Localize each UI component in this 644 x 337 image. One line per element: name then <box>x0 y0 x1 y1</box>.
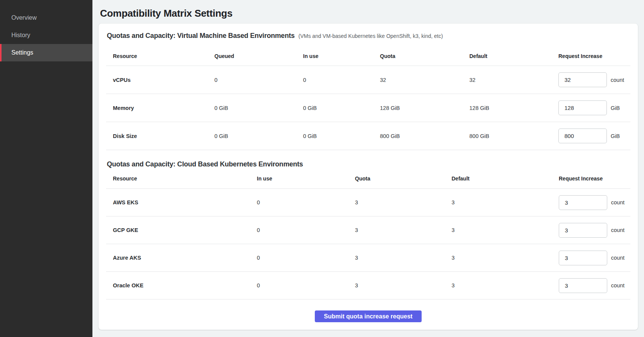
quota-value: 3 <box>355 255 452 261</box>
cloud-quota-table: Resource In use Quota Default Request In… <box>106 169 630 299</box>
queued-value: 0 GiB <box>214 105 303 111</box>
in-use-value: 0 <box>257 199 355 205</box>
unit-label: GiB <box>611 105 620 111</box>
sidebar-item-label: History <box>11 32 30 39</box>
cloud-table-header-row: Resource In use Quota Default Request In… <box>106 169 630 189</box>
cloud-section-title: Quotas and Capacity: Cloud Based Kuberne… <box>107 160 303 169</box>
resource-name: Azure AKS <box>106 255 257 261</box>
quota-value: 800 GiB <box>380 133 469 139</box>
vm-section-header: Quotas and Capacity: Virtual Machine Bas… <box>107 31 630 40</box>
column-header-quota: Quota <box>380 53 469 59</box>
quota-value: 32 <box>380 77 469 83</box>
default-value: 32 <box>469 77 558 83</box>
default-value: 128 GiB <box>469 105 558 111</box>
request-increase-cell: GiB <box>558 129 630 143</box>
default-value: 800 GiB <box>469 133 558 139</box>
table-row-aws-eks: AWS EKS 0 3 3 count <box>106 189 630 216</box>
page-title: Compatibility Matrix Settings <box>100 8 638 19</box>
column-header-request-increase: Request Increase <box>558 53 630 59</box>
request-increase-cell: count <box>558 72 630 87</box>
quota-value: 128 GiB <box>380 105 469 111</box>
column-header-request-increase: Request Increase <box>559 176 630 182</box>
sidebar-item-history[interactable]: History <box>0 27 92 44</box>
unit-label: count <box>611 282 624 288</box>
request-increase-cell: count <box>559 251 630 265</box>
quota-value: 3 <box>355 199 452 205</box>
button-row: Submit quota increase request <box>106 299 630 322</box>
resource-name: vCPUs <box>106 77 214 83</box>
default-value: 3 <box>452 282 559 288</box>
sidebar: Overview History Settings <box>0 0 92 337</box>
resource-name: Disk Size <box>106 133 214 139</box>
queued-value: 0 GiB <box>214 133 303 139</box>
unit-label: count <box>611 199 624 205</box>
sidebar-item-label: Overview <box>11 14 37 21</box>
vm-section-subtitle: (VMs and VM-based Kubernetes like OpenSh… <box>299 33 443 39</box>
column-header-queued: Queued <box>214 53 303 59</box>
sidebar-item-settings[interactable]: Settings <box>0 44 92 61</box>
disk-size-request-input[interactable] <box>558 129 607 143</box>
quota-value: 3 <box>355 227 452 233</box>
default-value: 3 <box>452 199 559 205</box>
gcp-gke-request-input[interactable] <box>559 223 607 238</box>
in-use-value: 0 <box>303 77 380 83</box>
column-header-resource: Resource <box>106 53 214 59</box>
unit-label: count <box>611 227 624 233</box>
in-use-value: 0 GiB <box>303 105 380 111</box>
main-content: Compatibility Matrix Settings Quotas and… <box>92 0 644 337</box>
table-row-disk-size: Disk Size 0 GiB 0 GiB 800 GiB 800 GiB Gi… <box>106 122 630 150</box>
in-use-value: 0 <box>257 255 355 261</box>
column-header-default: Default <box>469 53 558 59</box>
request-increase-cell: count <box>559 278 630 293</box>
queued-value: 0 <box>214 77 303 83</box>
column-header-in-use: In use <box>303 53 380 59</box>
default-value: 3 <box>452 227 559 233</box>
default-value: 3 <box>452 255 559 261</box>
in-use-value: 0 GiB <box>303 133 380 139</box>
settings-card: Quotas and Capacity: Virtual Machine Bas… <box>98 24 638 330</box>
resource-name: Memory <box>106 105 214 111</box>
table-row-memory: Memory 0 GiB 0 GiB 128 GiB 128 GiB GiB <box>106 94 630 122</box>
oracle-oke-request-input[interactable] <box>559 278 607 293</box>
resource-name: AWS EKS <box>106 199 257 205</box>
unit-label: count <box>611 77 624 83</box>
column-header-quota: Quota <box>355 176 452 182</box>
table-row-vcpus: vCPUs 0 0 32 32 count <box>106 66 630 94</box>
vm-table-header-row: Resource Queued In use Quota Default Req… <box>106 46 630 66</box>
submit-quota-increase-button[interactable]: Submit quota increase request <box>315 310 422 322</box>
sidebar-item-overview[interactable]: Overview <box>0 9 92 27</box>
column-header-default: Default <box>452 176 559 182</box>
table-row-oracle-oke: Oracle OKE 0 3 3 count <box>106 272 630 299</box>
unit-label: count <box>611 255 624 261</box>
request-increase-cell: GiB <box>558 100 630 115</box>
resource-name: GCP GKE <box>106 227 257 233</box>
vm-section-title: Quotas and Capacity: Virtual Machine Bas… <box>107 31 295 40</box>
in-use-value: 0 <box>257 282 355 288</box>
column-header-in-use: In use <box>257 176 355 182</box>
azure-aks-request-input[interactable] <box>559 251 607 265</box>
table-row-azure-aks: Azure AKS 0 3 3 count <box>106 244 630 272</box>
active-indicator <box>0 44 2 61</box>
column-header-resource: Resource <box>106 176 257 182</box>
memory-request-input[interactable] <box>558 100 607 115</box>
unit-label: GiB <box>611 133 620 139</box>
vcpus-request-input[interactable] <box>558 72 607 87</box>
request-increase-cell: count <box>559 223 630 238</box>
sidebar-item-label: Settings <box>11 49 33 56</box>
aws-eks-request-input[interactable] <box>559 195 607 210</box>
quota-value: 3 <box>355 282 452 288</box>
resource-name: Oracle OKE <box>106 282 257 288</box>
in-use-value: 0 <box>257 227 355 233</box>
table-row-gcp-gke: GCP GKE 0 3 3 count <box>106 216 630 244</box>
request-increase-cell: count <box>559 195 630 210</box>
cloud-section-header: Quotas and Capacity: Cloud Based Kuberne… <box>107 160 630 169</box>
vm-quota-table: Resource Queued In use Quota Default Req… <box>106 46 630 150</box>
